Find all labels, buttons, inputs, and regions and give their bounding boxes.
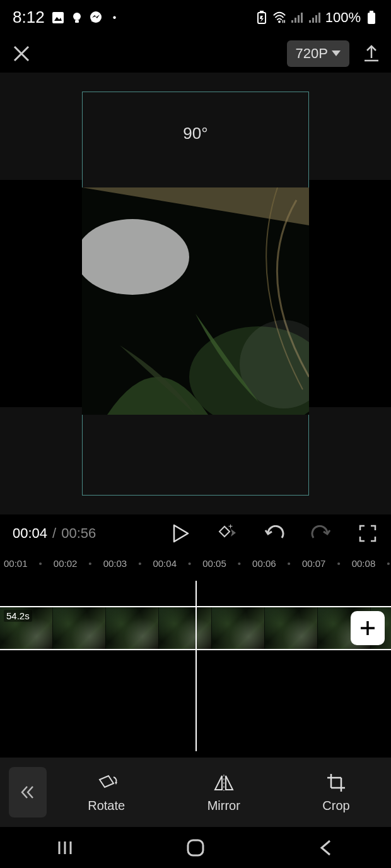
home-button[interactable] xyxy=(183,835,208,860)
ruler-tick: 00:08 xyxy=(352,558,376,569)
rotate-label: Rotate xyxy=(88,799,125,813)
crop-tool[interactable]: Crop xyxy=(322,772,349,813)
clip-duration-label: 54.2s xyxy=(4,610,32,622)
time-current: 00:04 xyxy=(13,525,47,542)
rotate-icon xyxy=(96,772,117,794)
clip-thumbnail[interactable] xyxy=(53,607,106,649)
ruler-tick: 00:07 xyxy=(302,558,326,569)
svg-rect-13 xyxy=(309,20,311,23)
svg-marker-21 xyxy=(332,51,341,56)
playhead[interactable] xyxy=(196,581,197,751)
crop-label: Crop xyxy=(322,799,349,813)
resolution-selector[interactable]: 720P xyxy=(287,40,349,67)
gallery-icon xyxy=(51,11,65,25)
plus-icon xyxy=(358,619,377,638)
svg-rect-3 xyxy=(75,20,79,23)
svg-point-2 xyxy=(73,13,81,20)
system-nav-bar xyxy=(0,827,391,868)
mirror-label: Mirror xyxy=(207,799,240,813)
status-bar: 8:12 • 100% xyxy=(0,0,391,35)
ruler-tick: 00:01 xyxy=(4,558,28,569)
svg-rect-12 xyxy=(301,13,303,23)
chevron-down-icon xyxy=(332,51,341,57)
crop-icon xyxy=(325,772,347,794)
svg-marker-31 xyxy=(231,529,236,537)
play-button[interactable] xyxy=(170,523,192,544)
svg-rect-0 xyxy=(52,12,64,23)
chevron-double-left-icon xyxy=(20,784,36,800)
time-separator: / xyxy=(52,525,56,542)
svg-marker-36 xyxy=(215,776,222,790)
ruler-tick: 00:03 xyxy=(103,558,127,569)
rotate-tool[interactable]: Rotate xyxy=(88,772,125,813)
editor-top-bar: 720P xyxy=(0,35,391,73)
svg-marker-34 xyxy=(100,776,114,787)
svg-marker-35 xyxy=(115,782,117,785)
svg-text:+: + xyxy=(228,524,233,531)
svg-marker-37 xyxy=(226,776,233,790)
clip-thumbnail[interactable] xyxy=(212,607,265,649)
fullscreen-button[interactable] xyxy=(357,523,378,544)
svg-rect-7 xyxy=(260,11,264,13)
ruler-tick: 00:05 xyxy=(202,558,226,569)
status-time: 8:12 xyxy=(13,8,45,27)
clip-thumbnail[interactable] xyxy=(106,607,159,649)
svg-rect-16 xyxy=(318,13,320,23)
add-clip-button[interactable] xyxy=(351,611,385,645)
back-button[interactable] xyxy=(313,835,339,860)
redo-button[interactable] xyxy=(310,523,332,544)
timeline[interactable]: 54.2s xyxy=(0,574,391,758)
ruler-tick: 00:04 xyxy=(153,558,177,569)
mirror-tool[interactable]: Mirror xyxy=(207,772,240,813)
svg-marker-28 xyxy=(174,525,188,542)
preview-area: 90° xyxy=(0,73,391,514)
export-button[interactable] xyxy=(362,44,381,63)
dot-icon: • xyxy=(108,11,122,25)
clip-thumbnail[interactable] xyxy=(265,607,318,649)
clip-thumbnail[interactable] xyxy=(159,607,212,649)
mirror-icon xyxy=(213,772,235,794)
bulb-icon xyxy=(70,11,84,25)
ruler-tick: 00:02 xyxy=(54,558,78,569)
svg-point-8 xyxy=(278,20,281,23)
timeline-ruler[interactable]: 00:01• 00:02• 00:03• 00:04• 00:05• 00:06… xyxy=(0,552,391,574)
wifi-icon xyxy=(272,11,286,25)
battery-icon xyxy=(365,11,378,25)
video-preview-image xyxy=(82,187,309,415)
svg-rect-10 xyxy=(295,18,296,23)
battery-percent: 100% xyxy=(325,9,361,26)
resolution-label: 720P xyxy=(296,45,328,62)
close-button[interactable] xyxy=(10,42,33,65)
svg-rect-14 xyxy=(312,18,314,23)
svg-rect-18 xyxy=(370,11,373,13)
transform-toolbar: Rotate Mirror Crop xyxy=(0,758,391,827)
playback-controls: 00:04 / 00:56 + xyxy=(0,514,391,552)
keyframe-button[interactable]: + xyxy=(217,523,238,544)
signal-1-icon xyxy=(290,11,304,25)
svg-rect-17 xyxy=(368,13,375,24)
messenger-icon xyxy=(89,11,103,25)
recent-apps-button[interactable] xyxy=(52,835,78,860)
time-total: 00:56 xyxy=(61,525,96,542)
signal-2-icon xyxy=(308,11,322,25)
svg-rect-11 xyxy=(298,15,300,23)
time-display: 00:04 / 00:56 xyxy=(13,525,96,542)
svg-rect-46 xyxy=(188,840,203,855)
svg-rect-9 xyxy=(291,20,293,23)
ruler-tick: 00:06 xyxy=(252,558,276,569)
video-canvas[interactable]: 90° xyxy=(82,92,309,496)
rotation-indicator: 90° xyxy=(183,124,207,143)
svg-rect-15 xyxy=(315,15,317,23)
battery-saver-icon xyxy=(255,11,269,25)
collapse-tools-button[interactable] xyxy=(9,767,47,817)
undo-button[interactable] xyxy=(264,523,285,544)
